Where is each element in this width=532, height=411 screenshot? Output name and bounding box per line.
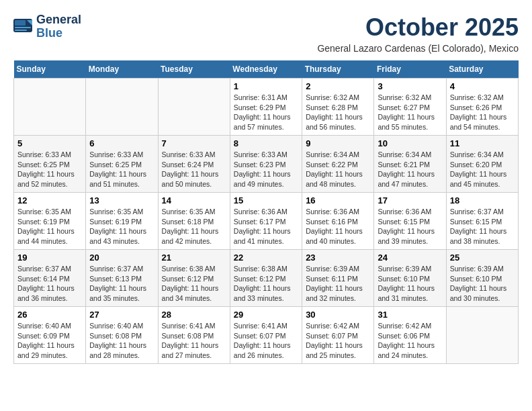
day-info: Sunrise: 6:38 AMSunset: 6:12 PMDaylight:… (162, 264, 226, 304)
day-info: Sunrise: 6:36 AMSunset: 6:17 PMDaylight:… (234, 207, 298, 246)
day-info: Sunrise: 6:36 AMSunset: 6:16 PMDaylight:… (306, 207, 370, 246)
day-number: 22 (234, 253, 298, 263)
day-info: Sunrise: 6:38 AMSunset: 6:12 PMDaylight:… (234, 264, 298, 304)
day-number: 17 (378, 195, 442, 205)
day-info: Sunrise: 6:40 AMSunset: 6:08 PMDaylight:… (89, 321, 154, 361)
weekday-header-friday: Friday (374, 60, 446, 79)
calendar-cell: 25Sunrise: 6:39 AMSunset: 6:10 PMDayligh… (446, 250, 518, 307)
day-number: 14 (162, 195, 226, 205)
svg-rect-3 (15, 27, 31, 28)
day-number: 6 (89, 138, 154, 148)
day-number: 9 (306, 138, 370, 148)
day-info: Sunrise: 6:34 AMSunset: 6:20 PMDaylight:… (450, 150, 515, 189)
page-title: October 2025 (317, 13, 519, 42)
calendar-cell (86, 79, 158, 136)
page-subtitle: General Lazaro Cardenas (El Colorado), M… (317, 43, 519, 54)
week-row-2: 5Sunrise: 6:33 AMSunset: 6:25 PMDaylight… (14, 136, 519, 193)
calendar-cell: 8Sunrise: 6:33 AMSunset: 6:23 PMDaylight… (230, 136, 302, 193)
week-row-4: 19Sunrise: 6:37 AMSunset: 6:14 PMDayligh… (14, 250, 519, 307)
day-number: 12 (17, 195, 82, 205)
day-info: Sunrise: 6:39 AMSunset: 6:10 PMDaylight:… (450, 264, 515, 304)
calendar-cell (14, 79, 86, 136)
day-number: 29 (234, 310, 298, 320)
day-info: Sunrise: 6:35 AMSunset: 6:18 PMDaylight:… (162, 207, 226, 246)
day-info: Sunrise: 6:32 AMSunset: 6:28 PMDaylight:… (306, 93, 370, 132)
day-info: Sunrise: 6:34 AMSunset: 6:22 PMDaylight:… (306, 150, 370, 189)
day-info: Sunrise: 6:41 AMSunset: 6:08 PMDaylight:… (162, 321, 226, 361)
day-number: 23 (306, 253, 370, 263)
logo-line1: General (36, 13, 81, 27)
day-number: 19 (17, 253, 82, 263)
weekday-header-tuesday: Tuesday (158, 60, 230, 79)
calendar-cell: 19Sunrise: 6:37 AMSunset: 6:14 PMDayligh… (14, 250, 86, 307)
weekday-header-thursday: Thursday (302, 60, 374, 79)
day-info: Sunrise: 6:33 AMSunset: 6:23 PMDaylight:… (234, 150, 298, 189)
day-number: 3 (378, 81, 442, 91)
day-info: Sunrise: 6:36 AMSunset: 6:15 PMDaylight:… (378, 207, 442, 246)
day-info: Sunrise: 6:35 AMSunset: 6:19 PMDaylight:… (89, 207, 154, 246)
day-number: 21 (162, 253, 226, 263)
day-info: Sunrise: 6:31 AMSunset: 6:29 PMDaylight:… (234, 93, 298, 132)
day-info: Sunrise: 6:37 AMSunset: 6:14 PMDaylight:… (17, 264, 82, 304)
week-row-3: 12Sunrise: 6:35 AMSunset: 6:19 PMDayligh… (14, 193, 519, 250)
calendar-cell: 31Sunrise: 6:42 AMSunset: 6:06 PMDayligh… (374, 307, 446, 364)
calendar-cell: 28Sunrise: 6:41 AMSunset: 6:08 PMDayligh… (158, 307, 230, 364)
calendar-cell: 6Sunrise: 6:33 AMSunset: 6:25 PMDaylight… (86, 136, 158, 193)
calendar-cell (446, 307, 518, 364)
calendar-cell: 7Sunrise: 6:33 AMSunset: 6:24 PMDaylight… (158, 136, 230, 193)
calendar-cell: 22Sunrise: 6:38 AMSunset: 6:12 PMDayligh… (230, 250, 302, 307)
calendar-cell: 23Sunrise: 6:39 AMSunset: 6:11 PMDayligh… (302, 250, 374, 307)
calendar-cell: 15Sunrise: 6:36 AMSunset: 6:17 PMDayligh… (230, 193, 302, 250)
weekday-header-row: SundayMondayTuesdayWednesdayThursdayFrid… (14, 60, 519, 79)
calendar-cell: 16Sunrise: 6:36 AMSunset: 6:16 PMDayligh… (302, 193, 374, 250)
svg-rect-4 (15, 30, 27, 31)
weekday-header-sunday: Sunday (14, 60, 86, 79)
calendar-cell: 29Sunrise: 6:41 AMSunset: 6:07 PMDayligh… (230, 307, 302, 364)
day-number: 20 (89, 253, 154, 263)
calendar-cell: 9Sunrise: 6:34 AMSunset: 6:22 PMDaylight… (302, 136, 374, 193)
day-number: 18 (450, 195, 515, 205)
day-number: 8 (234, 138, 298, 148)
day-number: 15 (234, 195, 298, 205)
logo-line2: Blue (36, 27, 81, 40)
calendar-cell: 1Sunrise: 6:31 AMSunset: 6:29 PMDaylight… (230, 79, 302, 136)
day-number: 10 (378, 138, 442, 148)
weekday-header-monday: Monday (86, 60, 158, 79)
calendar-cell: 18Sunrise: 6:37 AMSunset: 6:15 PMDayligh… (446, 193, 518, 250)
day-info: Sunrise: 6:33 AMSunset: 6:24 PMDaylight:… (162, 150, 226, 189)
day-number: 25 (450, 253, 515, 263)
calendar-cell: 4Sunrise: 6:32 AMSunset: 6:26 PMDaylight… (446, 79, 518, 136)
day-info: Sunrise: 6:37 AMSunset: 6:15 PMDaylight:… (450, 207, 515, 246)
calendar-cell: 5Sunrise: 6:33 AMSunset: 6:25 PMDaylight… (14, 136, 86, 193)
calendar-cell: 27Sunrise: 6:40 AMSunset: 6:08 PMDayligh… (86, 307, 158, 364)
week-row-1: 1Sunrise: 6:31 AMSunset: 6:29 PMDaylight… (14, 79, 519, 136)
day-number: 27 (89, 310, 154, 320)
logo: General Blue (13, 13, 81, 40)
day-number: 5 (17, 138, 82, 148)
day-number: 28 (162, 310, 226, 320)
day-number: 11 (450, 138, 515, 148)
calendar-cell: 12Sunrise: 6:35 AMSunset: 6:19 PMDayligh… (14, 193, 86, 250)
day-number: 24 (378, 253, 442, 263)
day-info: Sunrise: 6:34 AMSunset: 6:21 PMDaylight:… (378, 150, 442, 189)
day-info: Sunrise: 6:40 AMSunset: 6:09 PMDaylight:… (17, 321, 82, 361)
calendar-cell: 24Sunrise: 6:39 AMSunset: 6:10 PMDayligh… (374, 250, 446, 307)
day-info: Sunrise: 6:32 AMSunset: 6:27 PMDaylight:… (378, 93, 442, 132)
calendar-cell: 11Sunrise: 6:34 AMSunset: 6:20 PMDayligh… (446, 136, 518, 193)
calendar-cell: 10Sunrise: 6:34 AMSunset: 6:21 PMDayligh… (374, 136, 446, 193)
week-row-5: 26Sunrise: 6:40 AMSunset: 6:09 PMDayligh… (14, 307, 519, 364)
day-number: 2 (306, 81, 370, 91)
calendar-cell: 3Sunrise: 6:32 AMSunset: 6:27 PMDaylight… (374, 79, 446, 136)
day-info: Sunrise: 6:33 AMSunset: 6:25 PMDaylight:… (17, 150, 82, 189)
day-info: Sunrise: 6:42 AMSunset: 6:06 PMDaylight:… (378, 321, 442, 361)
day-number: 13 (89, 195, 154, 205)
calendar-table: SundayMondayTuesdayWednesdayThursdayFrid… (13, 60, 519, 364)
day-info: Sunrise: 6:42 AMSunset: 6:07 PMDaylight:… (306, 321, 370, 361)
weekday-header-saturday: Saturday (446, 60, 518, 79)
day-number: 1 (234, 81, 298, 91)
day-number: 31 (378, 310, 442, 320)
day-number: 7 (162, 138, 226, 148)
calendar-cell: 20Sunrise: 6:37 AMSunset: 6:13 PMDayligh… (86, 250, 158, 307)
day-info: Sunrise: 6:39 AMSunset: 6:11 PMDaylight:… (306, 264, 370, 304)
day-info: Sunrise: 6:41 AMSunset: 6:07 PMDaylight:… (234, 321, 298, 361)
